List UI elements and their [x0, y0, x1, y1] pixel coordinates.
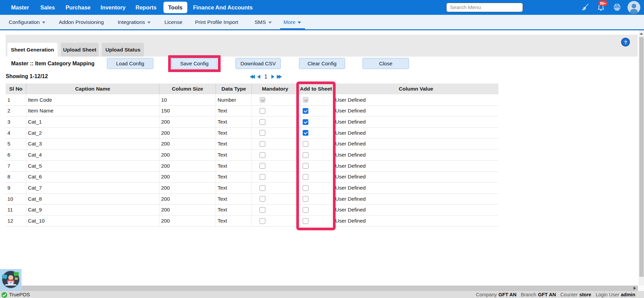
cell-column-value: User Defined — [334, 216, 498, 227]
nav-sales[interactable]: Sales — [40, 0, 55, 15]
tab-upload-status[interactable]: Upload Status — [102, 43, 144, 57]
add-to-sheet-checkbox[interactable] — [303, 185, 308, 191]
add-to-sheet-checkbox[interactable] — [303, 152, 308, 158]
mandatory-checkbox[interactable] — [260, 218, 265, 224]
last-page-button[interactable] — [277, 75, 281, 79]
table-header: Sl NoCaption NameColumn SizeData TypeMan… — [6, 84, 498, 94]
mandatory-checkbox[interactable] — [260, 174, 265, 180]
cell-data-type: Text — [216, 172, 252, 183]
cell-column-size: 10 — [159, 95, 216, 106]
add-to-sheet-checkbox[interactable] — [303, 130, 308, 136]
subnav-configuration[interactable]: Configuration — [9, 15, 45, 29]
nav-inventory[interactable]: Inventory — [101, 0, 125, 15]
close-button[interactable]: Close — [363, 58, 409, 69]
clear-config-button[interactable]: Clear Config — [299, 58, 345, 69]
showing-records-label: Showing 1-12/12 — [6, 73, 48, 79]
add-to-sheet-checkbox — [303, 97, 308, 103]
mandatory-cell — [252, 172, 299, 183]
cell-caption-name: Cat_10 — [26, 216, 159, 227]
cell-column-size: 200 — [159, 161, 216, 172]
user-avatar[interactable] — [628, 1, 640, 14]
add-to-sheet-checkbox[interactable] — [303, 119, 308, 125]
current-page-number: 1 — [264, 74, 267, 80]
chevron-down-icon — [298, 22, 301, 24]
add-to-sheet-cell — [299, 161, 334, 172]
mandatory-checkbox[interactable] — [260, 108, 265, 114]
add-to-sheet-checkbox[interactable] — [303, 163, 308, 169]
mandatory-checkbox[interactable] — [260, 141, 265, 147]
mandatory-cell — [252, 216, 299, 227]
first-page-button[interactable] — [250, 75, 254, 79]
status-field-label: Branch — [521, 292, 536, 297]
load-config-button[interactable]: Load Config — [107, 58, 153, 69]
tab-sheet-generation[interactable]: Sheet Generation — [7, 43, 58, 57]
status-field-label: Company — [476, 292, 497, 297]
cell-column-size: 200 — [159, 183, 216, 194]
table-row: 7Cat_5200TextUser Defined — [6, 161, 498, 172]
page-title: Master :: Item Category Mapping — [11, 58, 94, 69]
prev-page-button[interactable] — [257, 75, 260, 79]
horizontal-scrollbar[interactable] — [0, 286, 638, 291]
mandatory-checkbox[interactable] — [260, 130, 265, 136]
add-to-sheet-checkbox[interactable] — [303, 218, 308, 224]
nav-finance-and-accounts[interactable]: Finance And Accounts — [193, 0, 253, 15]
nav-reports[interactable]: Reports — [136, 0, 156, 15]
nav-tools-active[interactable]: Tools — [163, 2, 187, 13]
mandatory-checkbox[interactable] — [260, 185, 265, 191]
cell-caption-name: Cat_7 — [26, 183, 159, 194]
cell-data-type: Text — [216, 117, 252, 128]
tab-upload-sheet[interactable]: Upload Sheet — [61, 43, 99, 57]
cell-column-size: 200 — [159, 205, 216, 216]
download-csv-button[interactable]: Download CSV — [235, 58, 281, 69]
sub-navigation-bar: Configuration Addon Provisioning Integra… — [0, 15, 644, 30]
subnav-sms[interactable]: SMS — [255, 15, 272, 29]
printer-icon[interactable] — [613, 3, 621, 12]
subnav-print-profile-import[interactable]: Print Profile Import — [195, 15, 238, 29]
cell-column-size: 200 — [159, 194, 216, 205]
help-icon[interactable]: ? — [621, 38, 630, 46]
add-to-sheet-cell — [299, 216, 334, 227]
mandatory-cell — [252, 106, 299, 117]
scroll-up-arrow[interactable] — [640, 33, 643, 35]
chat-support-widget[interactable] — [0, 269, 22, 291]
add-to-sheet-checkbox[interactable] — [303, 108, 308, 114]
add-to-sheet-checkbox[interactable] — [303, 174, 308, 180]
table-row: 2Item Name150TextUser Defined — [6, 106, 498, 117]
column-header-mandatory: Mandatory — [252, 84, 299, 94]
mandatory-checkbox[interactable] — [260, 163, 265, 169]
nav-master[interactable]: Master — [11, 0, 29, 15]
cell-sl-no: 9 — [6, 183, 26, 194]
top-navigation-bar: Master Sales Purchase Inventory Reports … — [0, 0, 644, 15]
paintbrush-icon[interactable] — [581, 3, 590, 12]
mandatory-checkbox[interactable] — [260, 119, 265, 125]
add-to-sheet-cell — [299, 128, 334, 139]
cell-data-type: Text — [216, 106, 252, 117]
cell-column-value: User Defined — [334, 161, 498, 172]
add-to-sheet-checkbox[interactable] — [303, 196, 308, 202]
cell-sl-no: 10 — [6, 194, 26, 205]
mandatory-checkbox[interactable] — [260, 152, 265, 158]
nav-purchase[interactable]: Purchase — [66, 0, 90, 15]
cell-data-type: Text — [216, 161, 252, 172]
mandatory-checkbox[interactable] — [260, 196, 265, 202]
scroll-right-arrow[interactable] — [634, 287, 636, 290]
search-menu-input[interactable] — [446, 3, 523, 12]
mandatory-checkbox — [260, 97, 265, 103]
vertical-scrollbar-thumb[interactable] — [639, 37, 644, 277]
subnav-addon-provisioning[interactable]: Addon Provisioning — [59, 15, 104, 29]
add-to-sheet-checkbox[interactable] — [303, 141, 308, 147]
mandatory-checkbox[interactable] — [260, 207, 265, 213]
mandatory-cell — [252, 161, 299, 172]
save-config-button[interactable]: Save Config — [172, 58, 217, 69]
cell-caption-name: Item Name — [26, 106, 159, 117]
add-to-sheet-checkbox[interactable] — [303, 207, 308, 213]
subnav-license[interactable]: License — [164, 15, 182, 29]
subnav-more-active[interactable]: More — [283, 15, 301, 29]
subnav-integrations[interactable]: Integrations — [118, 15, 151, 29]
column-header-caption-name: Caption Name — [26, 84, 159, 94]
next-page-button[interactable] — [271, 75, 274, 79]
vertical-scrollbar[interactable] — [639, 30, 644, 286]
cell-column-size: 200 — [159, 117, 216, 128]
add-to-sheet-cell — [299, 205, 334, 216]
cell-column-size: 200 — [159, 172, 216, 183]
